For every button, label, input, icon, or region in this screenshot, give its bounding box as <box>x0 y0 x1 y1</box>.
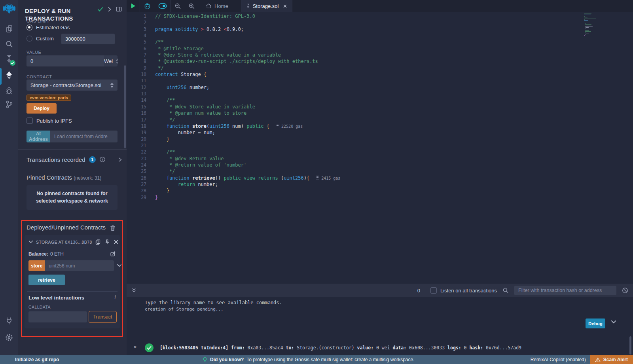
store-function-button[interactable]: store <box>28 260 45 271</box>
copilot-status[interactable]: RemixAI Copilot (enabled) <box>531 357 586 362</box>
tx-filter-input[interactable] <box>514 286 616 295</box>
code-line[interactable]: 28 } <box>127 188 633 194</box>
clear-filter-ban-icon[interactable] <box>622 287 628 294</box>
code-line[interactable]: 10contract Storage { <box>127 71 633 78</box>
expand-tx-chevron-icon[interactable] <box>611 320 616 324</box>
code-line[interactable]: 6 * @title Storage <box>127 46 633 52</box>
code-line[interactable]: 12 uint256 number; <box>127 84 633 91</box>
terminal-log-line: creation of Storage pending... <box>145 307 224 312</box>
value-input[interactable] <box>27 55 104 66</box>
code-line[interactable]: 9 */ <box>127 65 633 71</box>
transactions-recorded-row[interactable]: Transactions recorded 1 <box>27 154 122 165</box>
code-line[interactable]: 19 number = num; <box>127 129 633 136</box>
contract-select[interactable]: Storage - contracts/Storage.sol <box>27 80 118 91</box>
low-level-info-icon[interactable]: i <box>114 294 116 301</box>
store-arg-input[interactable] <box>45 260 114 271</box>
code-line[interactable]: 13 <box>127 91 633 97</box>
search-icon[interactable] <box>5 40 13 48</box>
listen-all-row[interactable]: Listen on all transactions <box>430 287 497 294</box>
code-line[interactable]: 20 } <box>127 136 633 142</box>
code-line[interactable]: 23 * @dev Return value <box>127 155 633 162</box>
settings-gear-icon[interactable] <box>5 333 13 342</box>
deploy-run-icon[interactable] <box>5 70 13 80</box>
edit-balance-icon[interactable] <box>110 251 116 257</box>
debugger-icon[interactable] <box>5 86 13 95</box>
file-explorer-icon[interactable] <box>5 25 13 33</box>
publish-ipfs-checkbox[interactable] <box>27 118 33 124</box>
code-line[interactable]: 2 <box>127 19 633 26</box>
transaction-log-row[interactable]: [block:5583405 txIndex:4] from: 0xa03...… <box>145 343 617 352</box>
debug-button[interactable]: Debug <box>586 318 605 328</box>
editor-tabbar: Home Storage.sol <box>127 0 633 12</box>
code-line[interactable]: 16 * @param num value to store <box>127 110 633 116</box>
publish-ipfs-row[interactable]: Publish to IPFS <box>27 118 72 124</box>
code-line[interactable]: 29} <box>127 194 633 201</box>
code-line[interactable]: 21 <box>127 142 633 149</box>
listen-all-checkbox[interactable] <box>430 287 437 294</box>
estimated-gas-radio[interactable]: Estimated Gas <box>27 25 70 30</box>
code-line[interactable]: 4 <box>127 32 633 39</box>
chevron-right-icon[interactable] <box>118 157 122 162</box>
radio-unselected[interactable] <box>27 36 32 42</box>
minimap[interactable] <box>584 13 598 36</box>
deploy-button[interactable]: Deploy <box>27 103 57 114</box>
tab-home[interactable]: Home <box>201 0 233 12</box>
transact-button[interactable]: Transact <box>89 311 117 323</box>
chevron-down-icon[interactable] <box>28 240 33 244</box>
info-icon[interactable] <box>99 156 106 163</box>
copy-address-icon[interactable] <box>95 239 101 245</box>
zoom-out-icon[interactable] <box>171 0 185 12</box>
git-init-button[interactable]: Initialize as git repo <box>15 357 59 362</box>
custom-gas-input[interactable] <box>61 34 115 44</box>
code-line[interactable]: 25 */ <box>127 168 633 174</box>
scam-alert-button[interactable]: Scam Alert <box>590 355 633 364</box>
code-line[interactable]: 11 <box>127 78 633 84</box>
code-line[interactable]: 5/** <box>127 39 633 45</box>
code-editor[interactable]: 1// SPDX-License-Identifier: GPL-3.023pr… <box>127 12 633 284</box>
close-tab-icon[interactable] <box>283 4 287 8</box>
radio-selected[interactable] <box>27 25 32 30</box>
code-line[interactable]: 24 * @return value of 'number' <box>127 162 633 168</box>
trash-icon[interactable] <box>110 225 116 231</box>
contract-instance-name[interactable]: STORAGE AT 0X136...8B78 <box>36 240 92 245</box>
code-line[interactable]: 7 * @dev Store & retrieve value in a var… <box>127 52 633 58</box>
code-line[interactable]: 8 * @custom:dev-run-script ./scripts/dep… <box>127 58 633 64</box>
tab-storage-sol[interactable]: Storage.sol <box>241 0 293 12</box>
calldata-input[interactable] <box>28 311 87 322</box>
expand-terminal-icon[interactable] <box>131 288 136 293</box>
value-unit-select[interactable]: Wei <box>104 55 118 66</box>
pin-contract-icon[interactable] <box>104 239 110 245</box>
unit-stepper-icon[interactable] <box>116 59 118 64</box>
copilot-toggle-icon[interactable] <box>155 0 171 12</box>
code-line[interactable]: 26 function retrieve() public view retur… <box>127 175 633 181</box>
panel-scrollbar[interactable] <box>124 65 126 148</box>
expand-args-chevron-icon[interactable] <box>117 264 122 267</box>
git-icon[interactable] <box>5 100 13 109</box>
code-line[interactable]: 27 return number; <box>127 181 633 188</box>
code-line[interactable]: 15 * @dev Store value in variable <box>127 104 633 110</box>
at-address-button[interactable]: At Address <box>27 131 50 142</box>
zoom-in-icon[interactable] <box>185 0 199 12</box>
plugin-manager-icon[interactable] <box>5 317 13 325</box>
retrieve-function-button[interactable]: retrieve <box>28 275 65 285</box>
custom-gas-radio[interactable]: Custom <box>27 36 54 42</box>
pin-panel-icon[interactable] <box>116 6 122 12</box>
code-line[interactable]: 18 function store(uint256 num) public {2… <box>127 123 633 129</box>
compile-success-badge <box>10 60 15 66</box>
panel-expand-chevron-icon[interactable] <box>108 7 112 12</box>
solidity-compiler-icon[interactable] <box>5 55 13 64</box>
run-script-play-icon[interactable] <box>127 0 140 12</box>
value-row: Wei <box>27 55 118 66</box>
code-line[interactable]: 17 */ <box>127 117 633 123</box>
terminal-output[interactable]: Type the library name to see available c… <box>127 297 633 355</box>
remix-logo-icon[interactable] <box>2 2 16 17</box>
terminal-scrollbar[interactable] <box>629 336 631 355</box>
close-contract-icon[interactable] <box>114 239 119 245</box>
at-address-input[interactable] <box>50 131 118 142</box>
code-line[interactable]: 3pragma solidity >=0.8.2 <0.9.0; <box>127 26 633 32</box>
code-line[interactable]: 22 /** <box>127 149 633 155</box>
terminal-prompt[interactable]: > <box>134 344 136 350</box>
ai-copilot-robot-icon[interactable] <box>140 0 155 12</box>
code-line[interactable]: 1// SPDX-License-Identifier: GPL-3.0 <box>127 13 633 19</box>
code-line[interactable]: 14 /** <box>127 97 633 103</box>
